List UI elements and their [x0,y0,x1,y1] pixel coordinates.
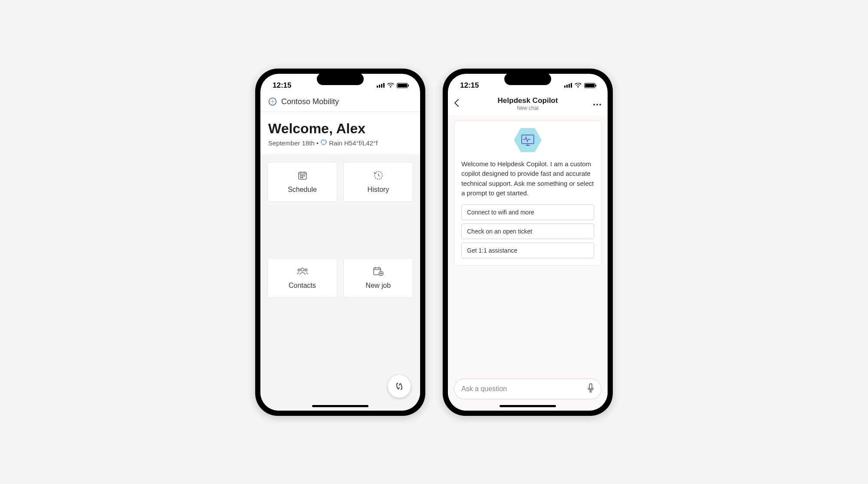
prompt-item-wifi[interactable]: Connect to wifi and more [461,204,594,220]
microphone-icon [587,383,594,393]
chevron-left-icon [454,99,459,107]
signal-icon [564,83,572,88]
tile-history[interactable]: History [343,162,413,202]
chat-body: Welcome to Helpdesk Copilot. I am a cust… [448,115,608,373]
svg-point-12 [593,104,595,105]
home-indicator[interactable] [500,405,556,407]
prompt-item-ticket[interactable]: Check on an open ticket [461,224,594,239]
phone-mockup-chat: 12:15 Helpdesk Copilot [443,69,613,416]
wifi-icon [575,83,582,88]
prompt-list: Connect to wifi and more Check on an ope… [461,204,594,258]
status-time: 12:15 [273,81,291,90]
bot-avatar [461,128,594,152]
contacts-icon [296,266,309,277]
dynamic-island [317,73,364,85]
svg-point-7 [301,268,304,271]
weather-text: Rain H54°f/L42°f [329,139,378,147]
tile-contacts[interactable]: Contacts [267,258,337,298]
tile-label: New job [366,282,391,290]
tile-label: Contacts [289,282,316,290]
tile-schedule[interactable]: Schedule [267,162,337,202]
more-horizontal-icon [593,103,602,106]
app-name: Contoso Mobility [281,97,339,106]
chat-welcome-card: Welcome to Helpdesk Copilot. I am a cust… [454,121,602,266]
welcome-date: September 18th [268,139,315,147]
monitor-pulse-icon [520,134,535,147]
phone-mockup-home: 12:15 Contoso Mobility [255,69,425,416]
chat-intro-text: Welcome to Helpdesk Copilot. I am a cust… [461,159,594,198]
status-time: 12:15 [460,81,479,90]
tile-new-job[interactable]: New job [343,258,413,298]
app-logo-icon [268,97,277,106]
history-icon [373,170,384,181]
battery-icon [584,83,595,88]
calendar-icon [297,170,308,181]
svg-point-8 [298,269,300,271]
prompt-item-assistance[interactable]: Get 1:1 assistance [461,243,594,258]
rain-icon [320,139,327,146]
copilot-icon [394,381,404,392]
signal-icon [377,83,385,88]
copilot-fab[interactable] [388,375,411,398]
svg-point-6 [302,177,303,178]
svg-rect-16 [589,384,592,389]
more-button[interactable] [591,100,602,108]
battery-icon [397,83,408,88]
status-icons [377,83,408,88]
back-button[interactable] [454,99,464,109]
wifi-icon [387,83,394,88]
welcome-title: Welcome, Alex [268,121,412,137]
svg-point-2 [300,175,301,176]
welcome-subtitle: September 18th • Rain H54°f/L42°f [268,139,412,147]
chat-input-field[interactable] [461,385,587,393]
chat-input-container[interactable] [454,379,602,399]
new-job-icon [373,266,384,277]
svg-point-3 [302,175,303,176]
svg-point-13 [596,104,598,105]
mic-button[interactable] [587,383,594,395]
chat-title: Helpdesk Copilot [498,96,558,105]
tile-label: History [368,186,389,194]
chat-header: Helpdesk Copilot New chat [448,95,608,115]
svg-point-5 [300,177,301,178]
app-header: Contoso Mobility [260,95,420,112]
svg-point-9 [305,269,307,271]
svg-point-14 [599,104,601,105]
welcome-section: Welcome, Alex September 18th • Rain H54°… [260,112,420,155]
svg-point-4 [304,175,305,176]
status-icons [564,83,595,88]
chat-subtitle: New chat [498,105,558,111]
home-indicator[interactable] [312,405,368,407]
tiles-grid: Schedule History C [260,155,420,411]
tile-label: Schedule [288,186,317,194]
dynamic-island [504,73,551,85]
